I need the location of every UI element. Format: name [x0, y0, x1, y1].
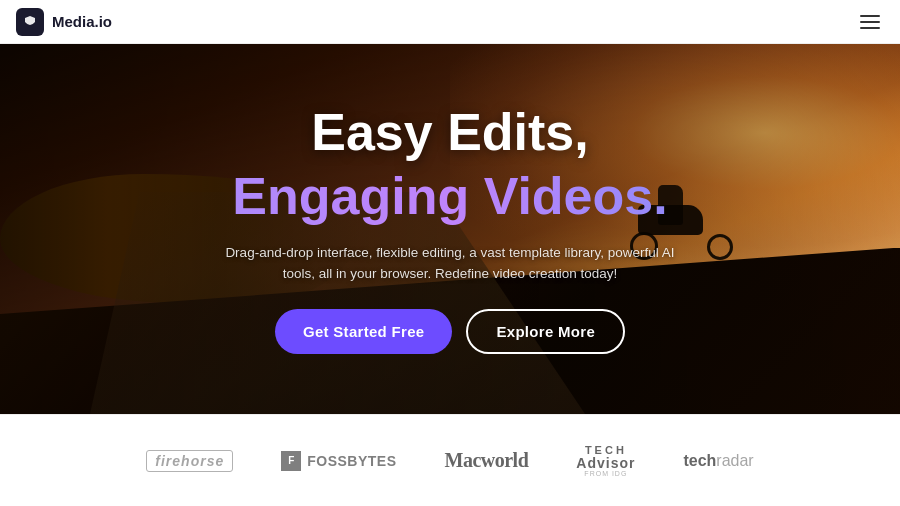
- explore-more-button[interactable]: Explore More: [466, 309, 625, 354]
- hero-title-line2: Engaging Videos.: [140, 165, 760, 227]
- get-started-button[interactable]: Get Started Free: [275, 309, 453, 354]
- logo-icon: [16, 8, 44, 36]
- hero-content: Easy Edits, Engaging Videos. Drag-and-dr…: [140, 104, 760, 354]
- hamburger-line: [860, 27, 880, 29]
- macworld-text: Macworld: [445, 449, 529, 472]
- brand-techradar: techradar: [683, 452, 753, 470]
- hero-title-line1: Easy Edits,: [140, 104, 760, 161]
- hero-buttons: Get Started Free Explore More: [140, 309, 760, 354]
- brands-section: firehorse F FOSSBYTES Macworld TECH Advi…: [0, 414, 900, 506]
- logo-text: Media.io: [52, 13, 112, 30]
- hamburger-line: [860, 21, 880, 23]
- brand-macworld: Macworld: [445, 449, 529, 472]
- menu-button[interactable]: [856, 11, 884, 33]
- techadvisor-since: FROM IDG: [584, 470, 627, 477]
- navbar: Media.io: [0, 0, 900, 44]
- techradar-text: techradar: [683, 452, 753, 470]
- fossbytes-text: FOSSBYTES: [307, 453, 396, 469]
- brand-firehorse: firehorse: [146, 450, 233, 472]
- firehorse-logo: firehorse: [146, 450, 233, 472]
- hero-section: Easy Edits, Engaging Videos. Drag-and-dr…: [0, 44, 900, 414]
- techadvisor-advisor: Advisor: [576, 456, 635, 470]
- brand-fossbytes: F FOSSBYTES: [281, 451, 396, 471]
- fossbytes-icon: F: [281, 451, 301, 471]
- brand-techadvisor: TECH Advisor FROM IDG: [576, 445, 635, 477]
- techradar-tech: tech: [683, 452, 716, 469]
- techadvisor-tech: TECH: [585, 445, 627, 456]
- hero-subtitle: Drag-and-drop interface, flexible editin…: [220, 242, 680, 285]
- logo[interactable]: Media.io: [16, 8, 112, 36]
- techadvisor-logo: TECH Advisor FROM IDG: [576, 445, 635, 477]
- techradar-radar: radar: [716, 452, 753, 469]
- hamburger-line: [860, 15, 880, 17]
